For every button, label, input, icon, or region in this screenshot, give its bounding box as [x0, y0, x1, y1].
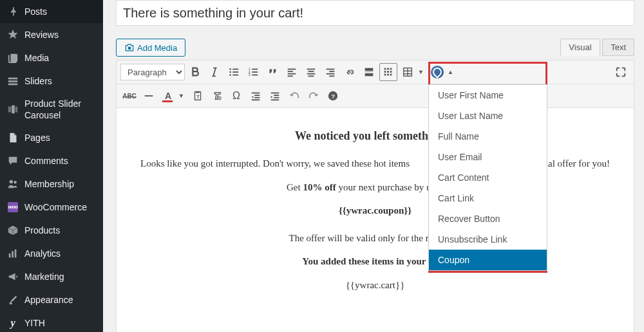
sidebar-item-appearance[interactable]: Appearance [0, 288, 103, 311]
shortcode-item-lastname[interactable]: User Last Name [429, 106, 547, 126]
paste-text-button[interactable]: T [189, 87, 207, 105]
sidebar-item-label: Products [24, 225, 60, 236]
sidebar-item-products[interactable]: Products [0, 219, 103, 242]
sidebar-item-reviews[interactable]: Reviews [0, 23, 103, 46]
comment-icon [6, 154, 19, 167]
sidebar-item-membership[interactable]: Membership [0, 172, 103, 196]
tab-text[interactable]: Text [602, 39, 634, 56]
content-line-4: You added these items in your cart: [123, 254, 627, 269]
bold-button[interactable] [186, 63, 204, 81]
sidebar-item-posts[interactable]: Posts [0, 0, 103, 23]
fullscreen-button[interactable] [612, 63, 630, 81]
content-line-2: Get 10% off your next purchase by using … [123, 180, 627, 195]
svg-rect-9 [9, 254, 11, 257]
svg-rect-31 [307, 73, 316, 75]
sidebar-item-marketing[interactable]: Marketing [0, 265, 103, 288]
svg-rect-30 [308, 71, 314, 72]
strikethrough-button[interactable]: ABC [120, 87, 138, 105]
outdent-button[interactable] [247, 87, 265, 105]
svg-rect-25 [288, 69, 296, 70]
shortcode-dropdown-panel: User First Name User Last Name Full Name… [428, 84, 547, 271]
shortcode-dropdown-caret[interactable]: ▲ [448, 69, 457, 75]
svg-rect-58 [252, 93, 260, 94]
svg-point-8 [14, 181, 17, 184]
blockquote-button[interactable] [263, 63, 281, 81]
svg-rect-10 [12, 252, 14, 258]
shortcode-item-recover[interactable]: Recover Button [429, 208, 547, 229]
color-dropdown-caret[interactable]: ▼ [178, 93, 187, 99]
svg-rect-38 [365, 71, 374, 72]
package-icon [6, 224, 19, 237]
shortcode-item-cartcontent[interactable]: Cart Content [429, 167, 547, 188]
shortcode-item-firstname[interactable]: User First Name [429, 85, 547, 106]
svg-rect-33 [327, 69, 335, 70]
toolbar-toggle-button[interactable] [379, 63, 397, 81]
format-select[interactable]: Paragraph [120, 64, 185, 80]
svg-rect-41 [387, 68, 389, 70]
shortcode-item-coupon[interactable]: Coupon [429, 250, 547, 270]
shortcode-item-email[interactable]: User Email [429, 147, 547, 167]
svg-rect-18 [232, 75, 238, 76]
content-heading: We noticed you left something… [123, 127, 627, 145]
sidebar-item-yith[interactable]: y YITH [0, 311, 103, 332]
shortcode-menu-button[interactable] [428, 63, 446, 81]
sidebar-item-pages[interactable]: Pages [0, 126, 103, 149]
shortcode-item-cartlink[interactable]: Cart Link [429, 188, 547, 208]
svg-point-13 [229, 68, 231, 70]
svg-rect-35 [327, 73, 335, 75]
sidebar-item-label: Analytics [24, 248, 61, 259]
sidebar-item-sliders[interactable]: Sliders [0, 69, 103, 93]
help-button[interactable]: ? [324, 87, 342, 105]
add-media-button[interactable]: Add Media [116, 39, 185, 57]
table-button[interactable] [399, 63, 417, 81]
main-content: Add Media Visual Text Paragraph 123 [103, 0, 644, 332]
numbered-list-button[interactable]: 123 [244, 63, 262, 81]
shortcode-item-fullname[interactable]: Full Name [429, 126, 547, 147]
redo-button[interactable] [305, 87, 323, 105]
align-right-button[interactable] [321, 63, 339, 81]
add-media-label: Add Media [137, 43, 177, 53]
align-left-button[interactable] [283, 63, 301, 81]
clear-formatting-button[interactable] [208, 87, 226, 105]
sidebar-item-analytics[interactable]: Analytics [0, 242, 103, 265]
svg-rect-1 [8, 80, 17, 82]
toolbar-row-1: Paragraph 123 ▼ ▲ [117, 60, 634, 84]
svg-text:?: ? [331, 93, 335, 100]
sidebar-item-media[interactable]: Media [0, 46, 103, 69]
indent-button[interactable] [266, 87, 284, 105]
link-button[interactable] [341, 63, 359, 81]
pages-icon [6, 131, 19, 144]
shortcode-item-unsubscribe[interactable]: Unsubscribe Link [429, 229, 547, 250]
align-center-button[interactable] [302, 63, 320, 81]
sidebar-item-label: Media [24, 52, 49, 64]
svg-rect-45 [390, 71, 392, 73]
svg-rect-43 [384, 71, 386, 73]
svg-rect-34 [329, 71, 334, 72]
sidebar-item-comments[interactable]: Comments [0, 149, 103, 172]
undo-button[interactable] [285, 87, 303, 105]
post-title-input[interactable] [116, 0, 634, 26]
tab-visual[interactable]: Visual [560, 39, 600, 56]
carousel-icon [6, 103, 19, 116]
svg-rect-4 [12, 106, 15, 114]
svg-rect-46 [384, 74, 386, 76]
table-dropdown-caret[interactable]: ▼ [418, 69, 427, 75]
plugin-icon [431, 66, 444, 78]
readmore-button[interactable] [360, 63, 378, 81]
sidebar-item-woocommerce[interactable]: woo WooCommerce [0, 196, 103, 219]
editor-body[interactable]: We noticed you left something… Looks lik… [117, 108, 634, 332]
svg-point-14 [229, 71, 231, 73]
svg-rect-48 [390, 74, 392, 76]
svg-rect-60 [254, 97, 260, 98]
svg-rect-44 [387, 71, 389, 73]
italic-button[interactable] [205, 63, 223, 81]
bullet-list-button[interactable] [225, 63, 243, 81]
text-color-button[interactable]: A [159, 87, 177, 105]
svg-rect-62 [271, 93, 279, 94]
special-char-button[interactable]: Ω [227, 87, 245, 105]
sidebar-item-carousel[interactable]: Product Slider Carousel [0, 93, 103, 126]
sliders-icon [6, 75, 19, 88]
sidebar-item-label: WooCommerce [24, 201, 87, 213]
sidebar-item-label: Product Slider Carousel [24, 98, 98, 121]
hr-button[interactable] [140, 87, 158, 105]
